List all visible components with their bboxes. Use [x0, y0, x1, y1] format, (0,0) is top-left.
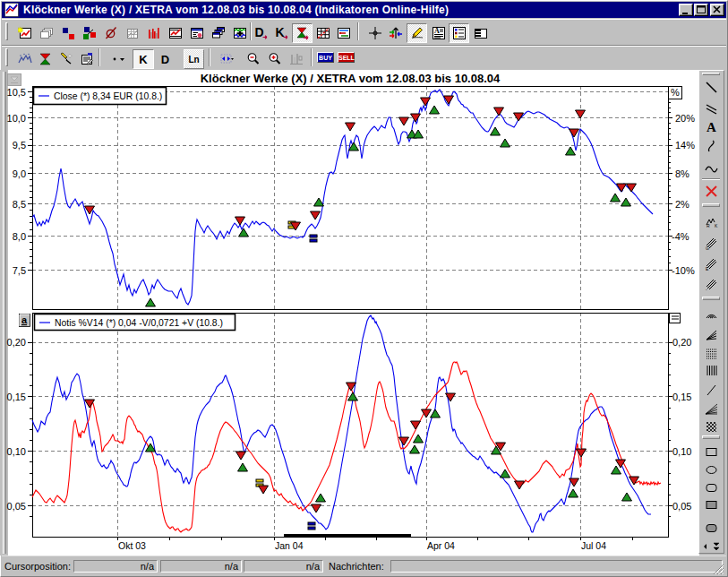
- svg-text:0,15: 0,15: [672, 392, 691, 402]
- svg-text:%: %: [671, 87, 680, 98]
- svg-text:Close (*) 8,34 EUR (10.8.): Close (*) 8,34 EUR (10.8.): [54, 91, 162, 101]
- svg-text:14%: 14%: [675, 140, 695, 151]
- svg-text:Okt 03: Okt 03: [118, 540, 146, 551]
- svg-text:8,5: 8,5: [13, 199, 26, 210]
- svg-text:G: G: [706, 245, 709, 251]
- svg-text:-: -: [706, 287, 707, 292]
- svg-text:0,10: 0,10: [7, 446, 26, 457]
- svg-text:8,0: 8,0: [13, 231, 26, 242]
- svg-text:A: A: [434, 27, 440, 35]
- svg-text:Jul 04: Jul 04: [581, 540, 606, 551]
- svg-text:-10%: -10%: [672, 265, 695, 276]
- svg-text:Klöckner Werke (X) / XETRA vom: Klöckner Werke (X) / XETRA vom 12.08.03 …: [201, 72, 501, 85]
- svg-text:Notis %V14 (*) 0,04 -V/0,0721: Notis %V14 (*) 0,04 -V/0,0721 +V (10.8.): [55, 318, 223, 328]
- svg-text:a: a: [21, 314, 28, 325]
- svg-text:0,05: 0,05: [7, 501, 26, 512]
- svg-text:K: K: [275, 26, 284, 39]
- svg-text:0,05: 0,05: [672, 501, 691, 512]
- svg-text:0,15: 0,15: [7, 392, 26, 402]
- svg-text:0,20: 0,20: [7, 337, 26, 348]
- svg-text:9,5: 9,5: [13, 140, 26, 151]
- svg-text:0,20: 0,20: [672, 337, 691, 348]
- svg-text:Jan 04: Jan 04: [275, 540, 304, 551]
- svg-text:R: R: [707, 223, 710, 228]
- svg-text:20%: 20%: [675, 113, 695, 124]
- svg-text:10,0: 10,0: [7, 113, 26, 124]
- svg-text:A: A: [707, 120, 716, 134]
- svg-text:0,10: 0,10: [672, 446, 691, 457]
- svg-text:9,0: 9,0: [13, 168, 26, 179]
- svg-text:7,5: 7,5: [13, 265, 26, 276]
- svg-text:8%: 8%: [675, 168, 689, 179]
- svg-text:2%: 2%: [675, 199, 689, 210]
- svg-text:D: D: [254, 26, 263, 39]
- svg-text:Apr 04: Apr 04: [427, 540, 455, 551]
- svg-text:K: K: [715, 223, 718, 228]
- svg-text:10,5: 10,5: [7, 87, 26, 98]
- svg-text:-4%: -4%: [672, 231, 689, 242]
